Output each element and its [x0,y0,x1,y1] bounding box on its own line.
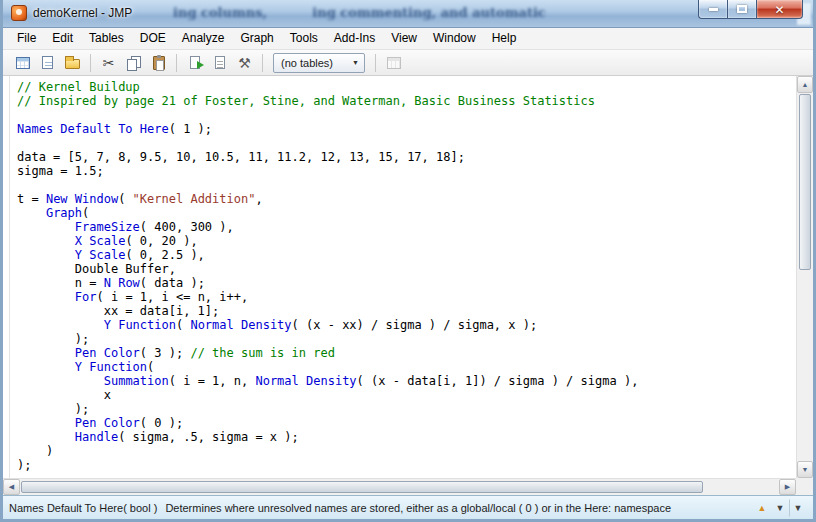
script-page-icon [215,56,225,69]
window-title: demoKernel - JMP [33,6,132,20]
vertical-scrollbar-track[interactable] [797,271,813,461]
code-line[interactable]: sigma = 1.5; [17,164,796,178]
open-button[interactable] [61,52,84,74]
menu-item-window[interactable]: Window [425,28,484,49]
new-data-table-button[interactable] [11,52,34,74]
menu-item-tables[interactable]: Tables [81,28,132,49]
copy-button[interactable] [122,52,145,74]
cut-button[interactable] [97,52,120,74]
scroll-right-arrow-icon[interactable]: ▶ [779,479,796,495]
code-line[interactable]: Graph( [17,206,796,220]
code-line[interactable]: Handle( sigma, .5, sigma = x ); [17,430,796,444]
vertical-scrollbar[interactable]: ▲ ▼ [796,76,813,478]
chevron-down-icon: ▼ [352,59,359,66]
scroll-down-arrow-icon[interactable]: ▼ [797,461,813,478]
code-viewport[interactable]: // Kernel Buildup// Inspired by page 21 … [3,76,796,478]
horizontal-scrollbar-thumb[interactable] [21,481,703,493]
jmp-app-icon[interactable] [11,5,27,21]
code-line[interactable]: data = [5, 7, 8, 9.5, 10, 10.5, 11, 11.2… [17,150,796,164]
code-line[interactable]: n = N Row( data ); [17,276,796,290]
menu-item-edit[interactable]: Edit [44,28,81,49]
caret-up-icon[interactable]: ▲ [753,499,771,517]
tables-dropdown[interactable]: (no tables)▼ [273,53,365,73]
jmp-window: ing columns, ing commenting, and automat… [0,0,816,522]
status-dropdown-icon[interactable]: ▼ [789,499,807,517]
menu-bar: FileEditTablesDOEAnalyzeGraphToolsAdd-In… [3,28,813,50]
maximize-button[interactable] [727,0,756,19]
toolbar-separator [90,54,91,72]
code-line[interactable]: t = New Window( "Kernel Addition", [17,192,796,206]
code-line[interactable]: ); [17,402,796,416]
code-line[interactable]: // Kernel Buildup [17,80,796,94]
menu-item-doe[interactable]: DOE [132,28,174,49]
code-line[interactable]: x [17,388,796,402]
close-icon [774,0,784,18]
title-bar: ing columns, ing commenting, and automat… [3,0,813,28]
code-lines[interactable]: // Kernel Buildup// Inspired by page 21 … [10,76,796,478]
code-line[interactable]: ); [17,458,796,472]
code-line[interactable]: Y Function( [17,360,796,374]
new-table-icon [16,57,30,69]
code-line[interactable]: Double Buffer, [17,262,796,276]
code-line[interactable]: ) [17,444,796,458]
code-line[interactable]: Summation( i = 1, n, Normal Density( (x … [17,374,796,388]
toolbar-separator [375,54,376,72]
close-button[interactable] [756,0,803,19]
code-line[interactable]: ); [17,332,796,346]
code-line[interactable]: For( i = 1, i <= n, i++, [17,290,796,304]
code-line[interactable]: xx = data[i, 1]; [17,304,796,318]
code-line[interactable]: FrameSize( 400, 300 ), [17,220,796,234]
window-controls [698,0,803,19]
background-glass-text: ing columns, ing commenting, and automat… [173,5,733,20]
code-line[interactable]: Pen Color( 0 ); [17,416,796,430]
scrollbar-corner [796,478,813,495]
code-line[interactable]: Y Scale( 0, 2.5 ), [17,248,796,262]
tools-button[interactable] [233,52,256,74]
code-line[interactable] [17,178,796,192]
horizontal-scrollbar[interactable]: ◀ ▶ [3,478,796,495]
code-line[interactable]: // Inspired by page 21 of Foster, Stine,… [17,94,796,108]
tools-icon [238,54,251,72]
menu-item-tools[interactable]: Tools [282,28,326,49]
code-line[interactable]: Y Function( Normal Density( (x - xx) / s… [17,318,796,332]
script-editor: // Kernel Buildup// Inspired by page 21 … [3,76,813,495]
menu-item-view[interactable]: View [383,28,425,49]
scroll-up-arrow-icon[interactable]: ▲ [797,76,813,93]
data-grid-button[interactable] [382,52,405,74]
menu-item-help[interactable]: Help [484,28,525,49]
code-line[interactable] [17,108,796,122]
data-grid-icon [387,57,401,69]
toolbar: (no tables)▼ [3,50,813,76]
menu-item-analyze[interactable]: Analyze [174,28,233,49]
script-page-button[interactable] [208,52,231,74]
new-script-button[interactable] [36,52,59,74]
status-bar: Names Default To Here( bool ) Determines… [3,495,813,519]
copy-icon [127,56,140,70]
code-line[interactable]: Pen Color( 3 ); // the sum is in red [17,346,796,360]
code-line[interactable]: Names Default To Here( 1 ); [17,122,796,136]
scroll-left-arrow-icon[interactable]: ◀ [3,479,20,495]
status-function-description: Determines where unresolved names are st… [165,502,671,514]
code-line[interactable] [17,136,796,150]
menu-item-graph[interactable]: Graph [232,28,281,49]
editor-gutter [3,76,10,478]
paste-icon [153,56,165,70]
maximize-icon [737,5,747,13]
paste-button[interactable] [147,52,170,74]
vertical-scrollbar-thumb[interactable] [799,94,811,270]
scissors-icon [103,54,115,72]
minimize-button[interactable] [698,0,727,19]
menu-item-add-ins[interactable]: Add-Ins [326,28,383,49]
toolbar-separator [176,54,177,72]
menu-item-file[interactable]: File [9,28,44,49]
new-script-icon [42,56,53,69]
tables-dropdown-label: (no tables) [281,57,344,69]
status-function-signature: Names Default To Here( bool ) [9,502,157,514]
run-script-icon [190,56,200,69]
minimize-icon [709,8,718,11]
toolbar-separator [262,54,263,72]
caret-down-icon[interactable]: ▼ [771,499,789,517]
code-line[interactable]: X Scale( 0, 20 ), [17,234,796,248]
run-script-button[interactable] [183,52,206,74]
horizontal-scrollbar-track[interactable] [704,479,779,495]
